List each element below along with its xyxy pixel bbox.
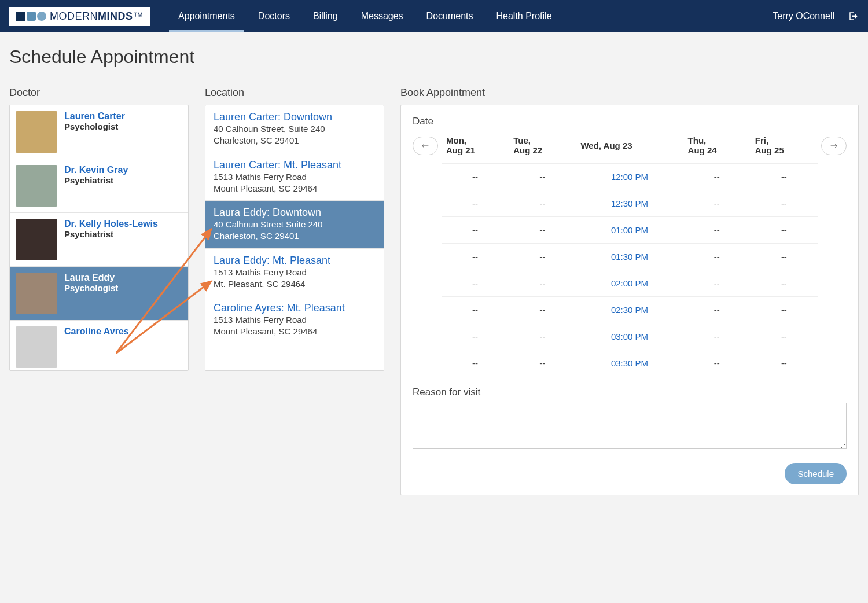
avatar <box>16 326 57 368</box>
time-empty: -- <box>509 323 576 350</box>
time-table: Mon,Aug 21Tue,Aug 22Wed, Aug 23Thu,Aug 2… <box>442 132 818 376</box>
time-empty: -- <box>442 244 509 270</box>
time-empty: -- <box>442 164 509 190</box>
location-item[interactable]: Laura Eddy: Mt. Pleasant1513 Mathis Ferr… <box>205 249 384 297</box>
location-name: Laura Eddy: Mt. Pleasant <box>214 255 376 267</box>
time-slot[interactable]: 02:30 PM <box>576 297 683 323</box>
time-empty: -- <box>683 350 751 377</box>
doctor-item[interactable]: Dr. Kelly Holes-LewisPsychiatrist <box>10 213 188 267</box>
time-empty: -- <box>751 297 818 323</box>
avatar <box>16 111 57 153</box>
time-empty: -- <box>683 244 751 270</box>
nav-appointments[interactable]: Appointments <box>169 1 244 32</box>
location-name: Caroline Ayres: Mt. Pleasant <box>214 302 376 314</box>
doctor-title: Psychiatrist <box>64 175 128 185</box>
nav-doctors[interactable]: Doctors <box>249 1 299 32</box>
nav-messages[interactable]: Messages <box>352 1 413 32</box>
time-empty: -- <box>509 217 576 244</box>
logo-icon <box>16 12 46 21</box>
book-panel: Date Mon,Aug 21Tue,Aug 22Wed, Aug 23Thu,… <box>400 105 859 495</box>
reason-textarea[interactable] <box>413 403 847 449</box>
doctor-item[interactable]: Laura EddyPsychologist <box>10 267 188 321</box>
brand-logo[interactable]: MODERNMINDS™ <box>9 7 150 26</box>
time-empty: -- <box>442 323 509 350</box>
navbar: MODERNMINDS™ AppointmentsDoctorsBillingM… <box>0 0 868 32</box>
date-label: Date <box>413 116 847 127</box>
time-empty: -- <box>751 323 818 350</box>
time-empty: -- <box>509 297 576 323</box>
nav-billing[interactable]: Billing <box>304 1 347 32</box>
time-empty: -- <box>442 350 509 377</box>
logout-icon[interactable] <box>848 11 859 21</box>
location-name: Lauren Carter: Mt. Pleasant <box>214 159 376 171</box>
nav-health-profile[interactable]: Health Profile <box>487 1 561 32</box>
time-slot[interactable]: 03:30 PM <box>576 350 683 377</box>
schedule-button[interactable]: Schedule <box>785 463 847 484</box>
doctor-list[interactable]: Lauren CarterPsychologistDr. Kevin GrayP… <box>9 105 189 371</box>
location-address: 1513 Mathis Ferry RoadMount Pleasant, SC… <box>214 314 376 338</box>
day-header: Fri,Aug 25 <box>751 132 818 164</box>
doctor-name: Dr. Kelly Holes-Lewis <box>64 219 158 229</box>
time-empty: -- <box>683 323 751 350</box>
time-slot[interactable]: 12:30 PM <box>576 190 683 217</box>
time-empty: -- <box>751 217 818 244</box>
location-label: Location <box>205 87 384 99</box>
time-empty: -- <box>509 164 576 190</box>
avatar <box>16 273 57 314</box>
time-grid-scroll[interactable]: Mon,Aug 21Tue,Aug 22Wed, Aug 23Thu,Aug 2… <box>442 132 818 387</box>
doctor-item[interactable]: Caroline Avres <box>10 321 188 371</box>
time-empty: -- <box>509 190 576 217</box>
location-item[interactable]: Lauren Carter: Downtown40 Calhoun Street… <box>205 105 384 153</box>
location-address: 40 Calhoun Street, Suite 240Charleston, … <box>214 123 376 147</box>
user-name[interactable]: Terry OConnell <box>773 11 834 21</box>
doctor-name: Lauren Carter <box>64 111 125 122</box>
day-header: Thu,Aug 24 <box>683 132 751 164</box>
doctor-name: Laura Eddy <box>64 273 118 283</box>
time-slot[interactable]: 12:00 PM <box>576 164 683 190</box>
time-slot[interactable]: 01:30 PM <box>576 244 683 270</box>
location-address: 1513 Mathis Ferry RoadMount Pleasant, SC… <box>214 171 376 195</box>
day-header: Tue,Aug 22 <box>509 132 576 164</box>
next-week-button[interactable] <box>821 137 847 155</box>
time-empty: -- <box>442 297 509 323</box>
location-item[interactable]: Caroline Ayres: Mt. Pleasant1513 Mathis … <box>205 296 384 344</box>
time-empty: -- <box>509 350 576 377</box>
time-empty: -- <box>442 270 509 297</box>
time-slot[interactable]: 02:00 PM <box>576 270 683 297</box>
brand-text: MODERNMINDS™ <box>50 10 144 23</box>
time-empty: -- <box>751 190 818 217</box>
location-item[interactable]: Laura Eddy: Downtown40 Calhoun Street Su… <box>205 201 384 249</box>
time-empty: -- <box>751 350 818 377</box>
book-label: Book Appointment <box>400 87 859 99</box>
page-title: Schedule Appointment <box>9 46 859 68</box>
location-list[interactable]: Lauren Carter: Downtown40 Calhoun Street… <box>205 105 384 371</box>
avatar <box>16 219 57 260</box>
time-empty: -- <box>683 270 751 297</box>
nav-documents[interactable]: Documents <box>417 1 483 32</box>
reason-label: Reason for visit <box>413 387 847 398</box>
doctor-title: Psychologist <box>64 283 118 293</box>
time-slot[interactable]: 03:00 PM <box>576 323 683 350</box>
doctor-item[interactable]: Lauren CarterPsychologist <box>10 105 188 159</box>
location-name: Lauren Carter: Downtown <box>214 111 376 123</box>
time-empty: -- <box>751 164 818 190</box>
day-header: Wed, Aug 23 <box>576 132 683 164</box>
time-empty: -- <box>683 217 751 244</box>
avatar <box>16 165 57 207</box>
doctor-name: Caroline Avres <box>64 326 129 337</box>
day-header: Mon,Aug 21 <box>442 132 509 164</box>
time-empty: -- <box>683 190 751 217</box>
doctor-title: Psychologist <box>64 122 125 131</box>
prev-week-button[interactable] <box>413 137 438 155</box>
doctor-name: Dr. Kevin Gray <box>64 165 128 175</box>
doctor-title: Psychiatrist <box>64 229 158 239</box>
time-slot[interactable]: 01:00 PM <box>576 217 683 244</box>
time-empty: -- <box>751 270 818 297</box>
location-address: 40 Calhoun Street Suite 240Charleston, S… <box>214 219 376 242</box>
doctor-item[interactable]: Dr. Kevin GrayPsychiatrist <box>10 159 188 213</box>
location-address: 1513 Mathis Ferry RoadMt. Pleasant, SC 2… <box>214 267 376 291</box>
location-item[interactable]: Lauren Carter: Mt. Pleasant1513 Mathis F… <box>205 153 384 201</box>
time-empty: -- <box>509 270 576 297</box>
location-name: Laura Eddy: Downtown <box>214 207 376 219</box>
time-empty: -- <box>751 244 818 270</box>
